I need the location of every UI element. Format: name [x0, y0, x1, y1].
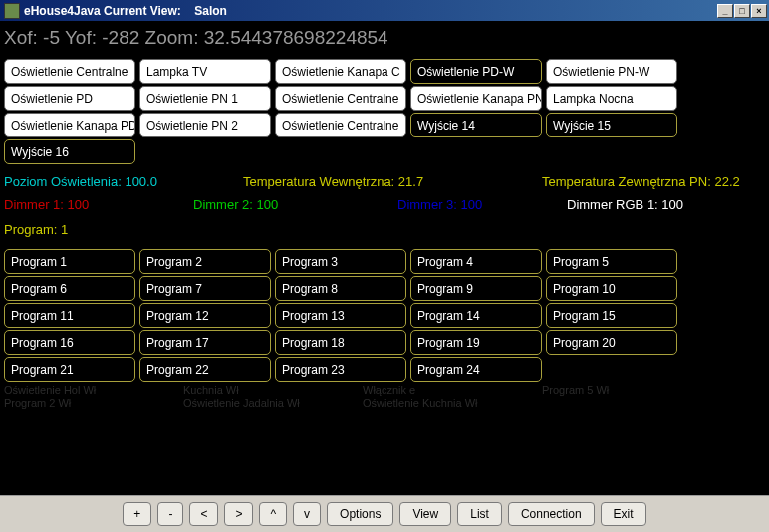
- options-button[interactable]: Options: [327, 502, 393, 526]
- dimmer-3: Dimmer 3: 100: [397, 197, 567, 212]
- program-button[interactable]: Program 16: [4, 330, 135, 355]
- program-button[interactable]: Program 17: [139, 330, 271, 355]
- program-button[interactable]: Program 20: [546, 330, 677, 355]
- program-button[interactable]: Program 23: [275, 357, 406, 382]
- faint-row-1: Oświetlenie Hol WłKuchnia WłWłącznik ePr…: [4, 384, 765, 396]
- dimmer-1: Dimmer 1: 100: [4, 197, 193, 212]
- lights-grid: Oświetlenie CentralneLampka TVOświetleni…: [4, 59, 765, 164]
- program-button[interactable]: Program 24: [410, 357, 542, 382]
- program-button[interactable]: Program 6: [4, 276, 135, 301]
- dimmer-row: Dimmer 1: 100 Dimmer 2: 100 Dimmer 3: 10…: [4, 197, 765, 212]
- program-button[interactable]: Program 18: [275, 330, 406, 355]
- pan-left-button[interactable]: <: [189, 502, 218, 526]
- light-button[interactable]: Oświetlenie Kanapa C: [275, 59, 406, 84]
- bottom-toolbar: + - < > ^ v Options View List Connection…: [0, 495, 769, 532]
- program-button[interactable]: Program 15: [546, 303, 677, 328]
- program-button[interactable]: Program 2: [139, 249, 271, 274]
- connection-button[interactable]: Connection: [508, 502, 595, 526]
- close-button[interactable]: ×: [751, 4, 767, 18]
- program-button[interactable]: Program 7: [139, 276, 271, 301]
- window-title: eHouse4Java Current View: Salon: [24, 4, 717, 18]
- zoom-out-button[interactable]: -: [157, 502, 183, 526]
- light-button[interactable]: Oświetlenie Kanapa PD: [4, 113, 135, 137]
- program-button[interactable]: Program 8: [275, 276, 406, 301]
- coord-readout: Xof: -5 Yof: -282 Zoom: 32.5443786982248…: [4, 25, 765, 59]
- room-name: Salon: [194, 4, 227, 18]
- light-button[interactable]: Wyjście 15: [546, 113, 677, 137]
- minimize-button[interactable]: _: [717, 4, 733, 18]
- program-button[interactable]: Program 3: [275, 249, 406, 274]
- program-button[interactable]: Program 11: [4, 303, 135, 328]
- light-button[interactable]: Wyjście 14: [410, 113, 542, 137]
- view-button[interactable]: View: [399, 502, 451, 526]
- program-button[interactable]: Program 13: [275, 303, 406, 328]
- exit-button[interactable]: Exit: [601, 502, 646, 526]
- app-icon: [4, 3, 20, 19]
- sensor-row: Poziom Oświetlenia: 100.0 Temperatura We…: [4, 174, 765, 189]
- light-button[interactable]: Oświetlenie PD: [4, 86, 135, 111]
- programs-grid: Program 1Program 2Program 3Program 4Prog…: [4, 249, 765, 382]
- temp-out: Temperatura Zewnętrzna PN: 22.2: [542, 174, 740, 189]
- main-view: Xof: -5 Yof: -282 Zoom: 32.5443786982248…: [0, 21, 769, 495]
- light-button[interactable]: Oświetlenie PN-W: [546, 59, 677, 84]
- titlebar: eHouse4Java Current View: Salon _ □ ×: [0, 0, 769, 21]
- pan-right-button[interactable]: >: [224, 502, 253, 526]
- program-button[interactable]: Program 1: [4, 249, 135, 274]
- program-button[interactable]: Program 14: [410, 303, 542, 328]
- program-button[interactable]: Program 12: [139, 303, 271, 328]
- light-button[interactable]: Lampka TV: [139, 59, 271, 84]
- program-button[interactable]: Program 5: [546, 249, 677, 274]
- program-button[interactable]: Program 4: [410, 249, 542, 274]
- light-button[interactable]: Oświetlenie Kanapa PN: [410, 86, 542, 111]
- light-level: Poziom Oświetlenia: 100.0: [4, 174, 243, 189]
- light-button[interactable]: Wyjście 16: [4, 139, 135, 164]
- program-button[interactable]: Program 21: [4, 357, 135, 382]
- list-button[interactable]: List: [457, 502, 502, 526]
- dimmer-2: Dimmer 2: 100: [193, 197, 397, 212]
- program-button[interactable]: Program 22: [139, 357, 271, 382]
- pan-up-button[interactable]: ^: [259, 502, 287, 526]
- dimmer-rgb: Dimmer RGB 1: 100: [567, 197, 683, 212]
- light-button[interactable]: Oświetlenie PD-W: [410, 59, 542, 84]
- light-button[interactable]: Oświetlenie Centralne: [275, 86, 406, 111]
- temp-in: Temperatura Wewnętrzna: 21.7: [243, 174, 542, 189]
- title-text: eHouse4Java Current View:: [24, 4, 181, 18]
- program-button[interactable]: Program 19: [410, 330, 542, 355]
- zoom-in-button[interactable]: +: [123, 502, 151, 526]
- light-button[interactable]: Oświetlenie PN 1: [139, 86, 271, 111]
- program-label: Program: 1: [4, 222, 765, 237]
- program-button[interactable]: Program 10: [546, 276, 677, 301]
- program-button[interactable]: Program 9: [410, 276, 542, 301]
- light-button[interactable]: Lampka Nocna: [546, 86, 677, 111]
- pan-down-button[interactable]: v: [293, 502, 321, 526]
- light-button[interactable]: Oświetlenie Centralne: [4, 59, 135, 84]
- light-button[interactable]: Oświetlenie Centralne: [275, 113, 406, 137]
- faint-row-2: Program 2 WłOświetlenie Jadalnia WłOświe…: [4, 398, 765, 409]
- maximize-button[interactable]: □: [734, 4, 750, 18]
- light-button[interactable]: Oświetlenie PN 2: [139, 113, 271, 137]
